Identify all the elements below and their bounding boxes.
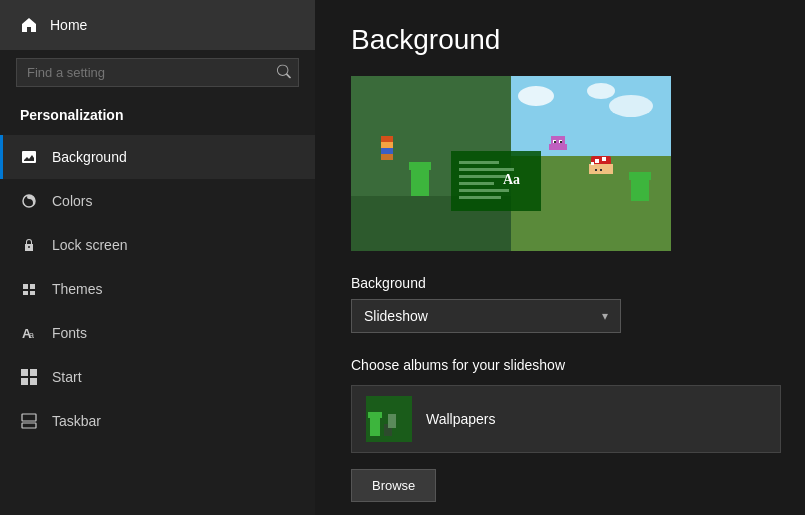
svg-rect-31 bbox=[554, 141, 556, 143]
svg-rect-12 bbox=[381, 142, 393, 148]
nav-list: Background Colors Lock screen bbox=[0, 135, 315, 443]
sidebar-themes-label: Themes bbox=[52, 281, 103, 297]
search-wrapper bbox=[16, 58, 299, 87]
lock-icon bbox=[20, 236, 38, 254]
image-icon bbox=[20, 148, 38, 166]
svg-point-0 bbox=[25, 154, 28, 157]
sidebar-item-colors[interactable]: Colors bbox=[0, 179, 315, 223]
svg-rect-5 bbox=[22, 414, 36, 421]
svg-rect-47 bbox=[368, 412, 382, 418]
svg-text:Aa: Aa bbox=[503, 172, 520, 187]
dropdown-value: Slideshow bbox=[364, 308, 428, 324]
album-name: Wallpapers bbox=[426, 411, 496, 427]
search-icon bbox=[277, 64, 291, 78]
svg-rect-23 bbox=[459, 189, 509, 192]
sidebar-item-background[interactable]: Background bbox=[0, 135, 315, 179]
personalization-label: Personalization bbox=[0, 99, 315, 135]
search-input[interactable] bbox=[16, 58, 299, 87]
colors-icon bbox=[20, 192, 38, 210]
preview-image: Aa bbox=[351, 76, 671, 251]
sidebar-lockscreen-label: Lock screen bbox=[52, 237, 127, 253]
sidebar-taskbar-label: Taskbar bbox=[52, 413, 101, 429]
start-icon bbox=[20, 368, 38, 386]
svg-point-43 bbox=[609, 95, 653, 117]
svg-rect-11 bbox=[387, 136, 393, 142]
svg-rect-41 bbox=[629, 172, 651, 180]
background-section-label: Background bbox=[351, 275, 769, 291]
svg-rect-36 bbox=[602, 157, 606, 161]
svg-rect-18 bbox=[451, 151, 541, 211]
sidebar-colors-label: Colors bbox=[52, 193, 92, 209]
svg-rect-22 bbox=[459, 182, 494, 185]
svg-rect-28 bbox=[563, 144, 567, 150]
sidebar-home[interactable]: Home bbox=[0, 0, 315, 50]
svg-rect-27 bbox=[549, 144, 553, 150]
svg-rect-46 bbox=[370, 416, 380, 436]
main-content: Background bbox=[315, 0, 805, 515]
svg-rect-35 bbox=[595, 159, 599, 163]
background-section: Background Slideshow ▾ bbox=[351, 275, 769, 333]
background-dropdown[interactable]: Slideshow ▾ bbox=[351, 299, 621, 333]
sidebar-fonts-label: Fonts bbox=[52, 325, 87, 341]
svg-rect-19 bbox=[459, 161, 499, 164]
taskbar-icon bbox=[20, 412, 38, 430]
sidebar-item-taskbar[interactable]: Taskbar bbox=[0, 399, 315, 443]
sidebar-item-start[interactable]: Start bbox=[0, 355, 315, 399]
svg-point-44 bbox=[587, 83, 615, 99]
browse-button[interactable]: Browse bbox=[351, 469, 436, 502]
album-section: Choose albums for your slideshow Wallpap… bbox=[351, 357, 769, 502]
album-item-wallpapers[interactable]: Wallpapers bbox=[351, 385, 781, 453]
svg-rect-21 bbox=[459, 175, 507, 178]
sidebar-item-fonts[interactable]: A a Fonts bbox=[0, 311, 315, 355]
svg-rect-24 bbox=[459, 196, 501, 199]
svg-rect-38 bbox=[595, 169, 597, 171]
album-thumbnail bbox=[366, 396, 412, 442]
themes-icon bbox=[20, 280, 38, 298]
svg-rect-14 bbox=[381, 154, 387, 160]
svg-rect-10 bbox=[381, 136, 387, 142]
choose-label: Choose albums for your slideshow bbox=[351, 357, 769, 373]
background-preview: Aa bbox=[351, 76, 671, 251]
sidebar-background-label: Background bbox=[52, 149, 127, 165]
svg-rect-39 bbox=[600, 169, 602, 171]
svg-text:a: a bbox=[29, 330, 34, 340]
svg-rect-32 bbox=[560, 141, 562, 143]
svg-rect-49 bbox=[388, 414, 396, 428]
page-title: Background bbox=[351, 24, 769, 56]
svg-rect-15 bbox=[387, 154, 393, 160]
home-label: Home bbox=[50, 17, 87, 33]
home-icon bbox=[20, 16, 38, 34]
sidebar-item-themes[interactable]: Themes bbox=[0, 267, 315, 311]
svg-rect-37 bbox=[591, 162, 594, 165]
svg-rect-20 bbox=[459, 168, 514, 171]
svg-rect-4 bbox=[22, 423, 36, 428]
fonts-icon: A a bbox=[20, 324, 38, 342]
chevron-down-icon: ▾ bbox=[602, 309, 608, 323]
sidebar-item-lock-screen[interactable]: Lock screen bbox=[0, 223, 315, 267]
svg-rect-16 bbox=[411, 166, 429, 196]
sidebar-start-label: Start bbox=[52, 369, 82, 385]
svg-rect-17 bbox=[409, 162, 431, 170]
svg-point-42 bbox=[518, 86, 554, 106]
sidebar: Home Personalization Background bbox=[0, 0, 315, 515]
svg-rect-13 bbox=[381, 148, 393, 154]
search-container bbox=[0, 50, 315, 99]
album-thumbnail-image bbox=[366, 396, 412, 442]
search-button[interactable] bbox=[277, 64, 291, 81]
